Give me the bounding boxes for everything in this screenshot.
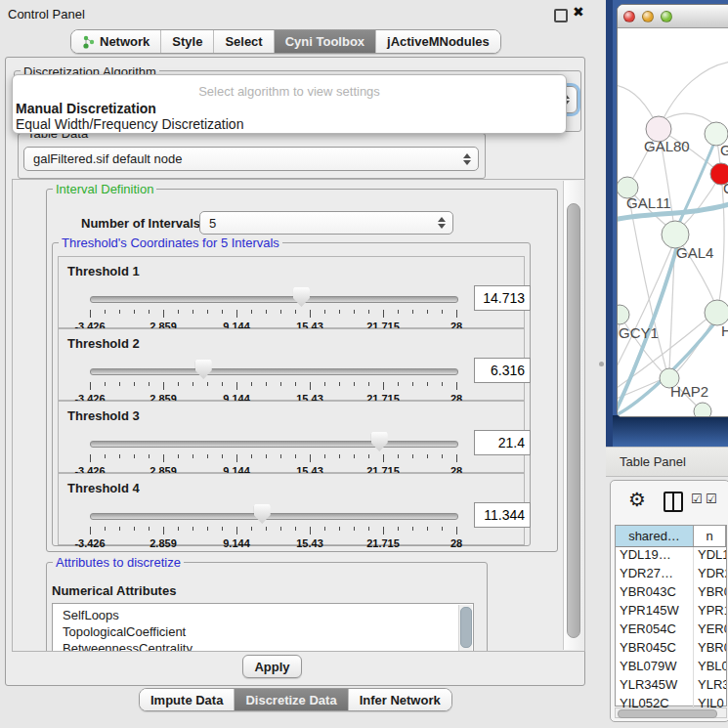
- threshold-panel-2: Threshold 2-3.4262.8599.14415.4321.71528: [58, 328, 525, 401]
- slider-ticks: [90, 527, 457, 535]
- numerical-attribute-item[interactable]: TopologicalCoefficient: [53, 623, 473, 640]
- network-node-label: G: [720, 142, 728, 158]
- table-data-select[interactable]: galFiltered.sif default node: [23, 147, 479, 171]
- table-column-header[interactable]: shared…: [616, 526, 694, 546]
- table-cell: YLR345W: [616, 677, 694, 696]
- scale-label: 15.43: [296, 537, 323, 549]
- threshold-label: Threshold 4: [67, 481, 140, 495]
- threshold-label: Threshold 3: [67, 408, 140, 423]
- table-row[interactable]: YDL19…YDL1: [616, 547, 726, 566]
- table-cell: YBR045C: [616, 640, 694, 659]
- top-tab-bar: NetworkStyleSelectCyni ToolboxjActiveMNo…: [70, 29, 501, 54]
- tab-network[interactable]: Network: [71, 30, 161, 53]
- slider-track[interactable]: [90, 513, 458, 520]
- network-canvas[interactable]: GAL80GCGAL11GAL4GCY1HHAP2: [618, 28, 728, 416]
- threshold-panel-1: Threshold 1-3.4262.8599.14415.4321.71528: [58, 256, 525, 328]
- tab-infer-network[interactable]: Infer Network: [349, 689, 451, 710]
- node-attribute-table: shared…n YDL19…YDL1YDR27…YDR2YBR043CYBR0…: [615, 525, 727, 707]
- screen: Control Panel ✖ NetworkStyleSelectCyni T…: [0, 0, 728, 728]
- minimize-traffic-light[interactable]: [642, 11, 654, 22]
- table-panel: ⚙ ☑ ☑ shared…n YDL19…YDL1YDR27…YDR2YBR04…: [610, 480, 728, 722]
- apply-button[interactable]: Apply: [242, 655, 302, 678]
- algorithm-option[interactable]: Equal Width/Frequency Discretization: [16, 116, 243, 132]
- network-view-window: GAL80GCGAL11GAL4GCY1HHAP2: [617, 4, 728, 417]
- tab-cyni-toolbox[interactable]: Cyni Toolbox: [275, 30, 376, 53]
- panel-splitter-handle[interactable]: [599, 362, 604, 366]
- numerical-attribute-item[interactable]: BetweennessCentrality: [53, 640, 473, 652]
- thresholds-group-title: Threshold's Coordinates for 5 Intervals: [59, 236, 282, 249]
- algorithm-dropdown-placeholder: Select algorithm to view settings: [13, 84, 566, 99]
- threshold-4-value-field[interactable]: [474, 502, 531, 528]
- slider-track[interactable]: [90, 296, 458, 303]
- numerical-attributes-list[interactable]: SelfLoopsTopologicalCoefficientBetweenne…: [52, 603, 474, 652]
- tab-impute-data[interactable]: Impute Data: [140, 689, 235, 710]
- threshold-label: Threshold 1: [67, 264, 140, 278]
- settings-vertical-scrollbar[interactable]: [563, 181, 583, 650]
- network-node[interactable]: [618, 305, 629, 324]
- network-node[interactable]: [694, 403, 711, 417]
- tab-label: jActiveMNodules: [387, 34, 490, 49]
- network-edge[interactable]: [659, 62, 728, 129]
- network-node-label: HAP2: [670, 383, 708, 400]
- table-cell: YBL0: [694, 659, 726, 677]
- table-cell: YBR0: [694, 640, 726, 659]
- split-columns-icon[interactable]: [664, 492, 683, 512]
- bottom-tab-bar: Impute DataDiscretize DataInfer Network: [139, 688, 452, 711]
- control-panel-title: Control Panel: [8, 7, 85, 21]
- checkbox-icon[interactable]: ☑: [706, 492, 717, 506]
- table-row[interactable]: YER054CYER0: [616, 621, 726, 640]
- table-header-row: shared…n: [616, 526, 726, 547]
- number-of-intervals-select[interactable]: 5: [199, 211, 453, 235]
- settings-scrollbar-thumb[interactable]: [567, 203, 580, 638]
- table-row[interactable]: YLR345WYLR3: [616, 677, 726, 696]
- tab-style[interactable]: Style: [161, 30, 214, 53]
- close-traffic-light[interactable]: [623, 11, 635, 22]
- table-row[interactable]: YBR043CYBR0: [616, 584, 726, 603]
- slider-scale-labels: -3.4262.8599.14415.4321.71528: [90, 537, 457, 549]
- table-data-select-value: galFiltered.sif default node: [33, 151, 182, 166]
- tab-discretize-data[interactable]: Discretize Data: [235, 689, 348, 710]
- tab-label: Network: [100, 34, 150, 49]
- numerical-attribute-item[interactable]: SelfLoops: [53, 607, 473, 623]
- tab-select[interactable]: Select: [214, 30, 274, 53]
- float-window-icon[interactable]: [554, 9, 568, 22]
- table-cell: YBL079W: [616, 659, 694, 677]
- network-node-label: C: [723, 180, 728, 196]
- table-row[interactable]: YBR045CYBR0: [616, 640, 726, 659]
- table-scrollbar-thumb[interactable]: [618, 709, 717, 718]
- network-node-label: GAL80: [644, 138, 690, 154]
- settings-gear-icon[interactable]: ⚙: [628, 488, 646, 511]
- slider-ticks: [90, 454, 457, 463]
- threshold-1-value-field[interactable]: [474, 285, 531, 311]
- slider-track[interactable]: [90, 368, 458, 375]
- attributes-list-scrollbar[interactable]: [458, 605, 472, 652]
- table-panel-titlebar: Table Panel: [606, 447, 728, 477]
- table-row[interactable]: YBL079WYBL0: [616, 659, 726, 677]
- threshold-3-value-field[interactable]: [474, 430, 531, 455]
- slider-handle[interactable]: [371, 432, 388, 451]
- threshold-label: Threshold 2: [67, 336, 140, 351]
- attributes-group-title: Attributes to discretize: [53, 556, 184, 569]
- table-row[interactable]: YPR145WYPR1: [616, 603, 726, 621]
- algorithm-option[interactable]: Manual Discretization: [16, 101, 156, 116]
- table-row[interactable]: YDR27…YDR2: [616, 566, 726, 584]
- close-icon[interactable]: ✖: [573, 4, 584, 20]
- network-graph: GAL80GCGAL11GAL4GCY1HHAP2: [618, 28, 728, 417]
- network-edge[interactable]: [620, 315, 663, 372]
- scale-label: 9.144: [223, 537, 250, 549]
- table-horizontal-scrollbar[interactable]: [615, 707, 727, 718]
- tab-jactivemnodules[interactable]: jActiveMNodules: [376, 30, 500, 53]
- interval-definition-group-title: Interval Definition: [53, 183, 156, 195]
- threshold-2-value-field[interactable]: [474, 358, 531, 383]
- network-window-titlebar[interactable]: [618, 5, 728, 28]
- slider-handle[interactable]: [254, 504, 271, 524]
- slider-ticks: [90, 382, 457, 391]
- checkbox-icon[interactable]: ☑: [691, 492, 703, 506]
- tab-label: Style: [172, 34, 202, 49]
- slider-handle[interactable]: [293, 287, 310, 307]
- network-node-label: GAL4: [676, 244, 713, 261]
- slider-handle[interactable]: [195, 360, 212, 379]
- zoom-traffic-light[interactable]: [661, 11, 672, 22]
- slider-track[interactable]: [90, 441, 458, 448]
- table-column-header[interactable]: n: [694, 526, 726, 546]
